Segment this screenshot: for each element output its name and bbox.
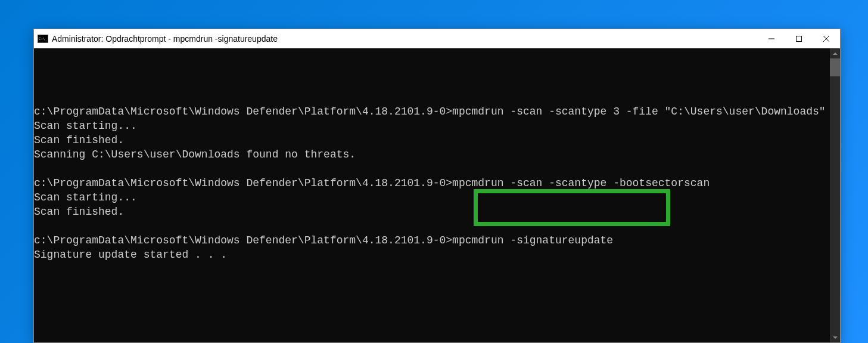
window-title: Administrator: Opdrachtprompt - mpcmdrun… (52, 34, 758, 44)
terminal-output[interactable]: c:\ProgramData\Microsoft\Windows Defende… (34, 48, 830, 342)
scroll-thumb[interactable] (830, 58, 840, 76)
command-prompt-window: Administrator: Opdrachtprompt - mpcmdrun… (33, 29, 841, 343)
svg-marker-4 (833, 52, 838, 55)
close-button[interactable] (813, 29, 840, 48)
svg-marker-5 (833, 336, 838, 339)
terminal-line: Scan finished. (34, 133, 830, 147)
terminal-line (34, 219, 830, 233)
terminal-line: c:\ProgramData\Microsoft\Windows Defende… (34, 176, 830, 190)
terminal-line (34, 162, 830, 176)
terminal-line: Scan starting... (34, 119, 830, 133)
terminal-area: c:\ProgramData\Microsoft\Windows Defende… (34, 48, 840, 342)
svg-rect-1 (797, 36, 802, 42)
window-controls (758, 29, 840, 48)
terminal-line: Signature update started . . . (34, 248, 830, 262)
terminal-line: Scanning C:\Users\user\Downloads found n… (34, 147, 830, 162)
scroll-down-arrow-icon[interactable] (830, 332, 840, 342)
scroll-up-arrow-icon[interactable] (830, 48, 840, 58)
terminal-line: c:\ProgramData\Microsoft\Windows Defende… (34, 233, 830, 248)
terminal-line: c:\ProgramData\Microsoft\Windows Defende… (34, 104, 830, 119)
titlebar[interactable]: Administrator: Opdrachtprompt - mpcmdrun… (34, 29, 840, 48)
terminal-line: Scan starting... (34, 190, 830, 205)
cmd-icon (38, 35, 48, 43)
maximize-button[interactable] (785, 29, 813, 48)
terminal-line: Scan finished. (34, 205, 830, 219)
minimize-button[interactable] (758, 29, 785, 48)
vertical-scrollbar[interactable] (830, 48, 840, 342)
